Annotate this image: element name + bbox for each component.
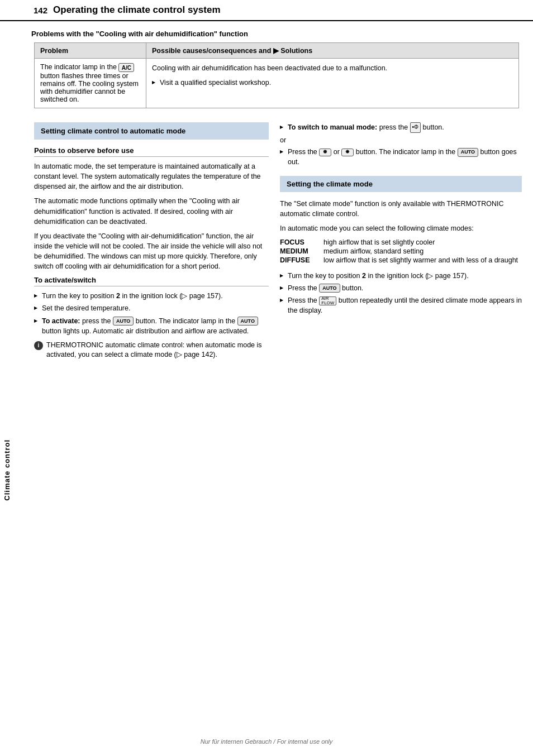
two-col-layout: Setting climate control to automatic mod… [20, 122, 522, 365]
footer-text: Nur für internen Gebrauch / For internal… [201, 738, 333, 745]
activate-item-1: Turn the key to position 2 in the igniti… [34, 291, 269, 301]
mode-desc-medium: medium airflow, standard setting [323, 247, 522, 255]
mode-desc-diffuse: low airflow that is set slightly warmer … [323, 256, 522, 264]
climate-step-1: Turn the key to position 2 in the igniti… [280, 271, 522, 281]
solution-list: Visit a qualified specialist workshop. [152, 78, 513, 88]
manual-alt-item: Press the ❅ or ✸ button. The indicator l… [280, 147, 522, 167]
climate-para1: The "Set climate mode" function is only … [280, 199, 522, 219]
mode-label-medium: MEDIUM [280, 247, 319, 255]
left-column: Setting climate control to automatic mod… [34, 122, 269, 365]
para2: The automatic mode functions optimally w… [34, 196, 269, 226]
climate-steps-list: Turn the key to position 2 in the igniti… [280, 271, 522, 316]
col2-header: Possible causes/consequences and ▶ Solut… [146, 43, 519, 59]
para3: If you deactivate the "Cooling with air-… [34, 231, 269, 272]
fan-button: ✸ [341, 149, 354, 156]
page-footer: Nur für internen Gebrauch / For internal… [0, 738, 533, 745]
snow-button: ❅ [319, 149, 331, 156]
or-text: or [280, 136, 522, 144]
page-number: 142 [34, 6, 47, 15]
manual-mode-button: •Φ​ [410, 122, 421, 133]
climate-mode-heading-box: Setting the climate mode [280, 176, 522, 192]
problem-cell: The indicator lamp in the A/C button fla… [35, 59, 146, 108]
activate-item-3: To activate: press the AUTO button. The … [34, 316, 269, 336]
auto-button-inline2: AUTO [237, 317, 258, 326]
activate-list: Turn the key to position 2 in the igniti… [34, 291, 269, 336]
auto-button-inline4: AUTO [319, 284, 340, 293]
content-area: Problems with the "Cooling with air dehu… [0, 21, 533, 373]
solution-text-1: Cooling with air dehumidification has be… [152, 63, 513, 73]
climate-para2: In automatic mode you can select the fol… [280, 223, 522, 233]
table-row: The indicator lamp in the A/C button fla… [35, 59, 519, 108]
subheading-activate: To activate/switch [34, 276, 269, 286]
info-icon: i [34, 341, 43, 350]
mode-label-focus: FOCUS [280, 238, 319, 246]
info-note: i THERMOTRONIC automatic climate control… [34, 341, 269, 360]
subheading-points: Points to observe before use [34, 146, 269, 157]
airflow-button: AIRFLOW [319, 296, 336, 305]
side-label: Climate control [3, 439, 11, 501]
climate-step-2: Press the AUTO button. [280, 283, 522, 293]
right-column: To switch to manual mode: press the •Φ​ … [280, 122, 522, 365]
auto-button-inline3: AUTO [458, 148, 478, 157]
main-heading-box: Setting climate control to automatic mod… [34, 122, 269, 140]
manual-item-1: To switch to manual mode: press the •Φ​ … [280, 122, 522, 133]
ac-button: A/C [118, 63, 134, 72]
climate-step-3: Press the AIRFLOW button repeatedly unti… [280, 295, 522, 315]
mode-desc-focus: high airflow that is set slightly cooler [323, 238, 522, 246]
activate-item-2: Set the desired temperature. [34, 303, 269, 313]
problems-section: Problems with the "Cooling with air dehu… [31, 30, 522, 108]
problems-table: Problem Possible causes/consequences and… [34, 42, 519, 108]
solution-item: Visit a qualified specialist workshop. [152, 78, 513, 88]
page-header: 142 Operating the climate control system [0, 0, 533, 21]
climate-mode-heading: Setting the climate mode [287, 180, 373, 188]
page-title: Operating the climate control system [53, 4, 220, 16]
mode-label-diffuse: DIFFUSE [280, 256, 319, 264]
problems-heading: Problems with the "Cooling with air dehu… [31, 30, 522, 38]
climate-modes: FOCUS high airflow that is set slightly … [280, 238, 522, 264]
manual-alt-list: Press the ❅ or ✸ button. The indicator l… [280, 147, 522, 167]
manual-mode-list: To switch to manual mode: press the •Φ​ … [280, 122, 522, 133]
info-text: THERMOTRONIC automatic climate control: … [46, 341, 269, 360]
main-heading: Setting climate control to automatic mod… [41, 127, 185, 135]
auto-button-inline: AUTO [113, 317, 134, 326]
col1-header: Problem [35, 43, 146, 59]
problem-text: The indicator lamp in the A/C button fla… [40, 63, 139, 103]
side-label-container: Climate control [0, 212, 13, 728]
solutions-cell: Cooling with air dehumidification has be… [146, 59, 519, 108]
para1: In automatic mode, the set temperature i… [34, 161, 269, 192]
